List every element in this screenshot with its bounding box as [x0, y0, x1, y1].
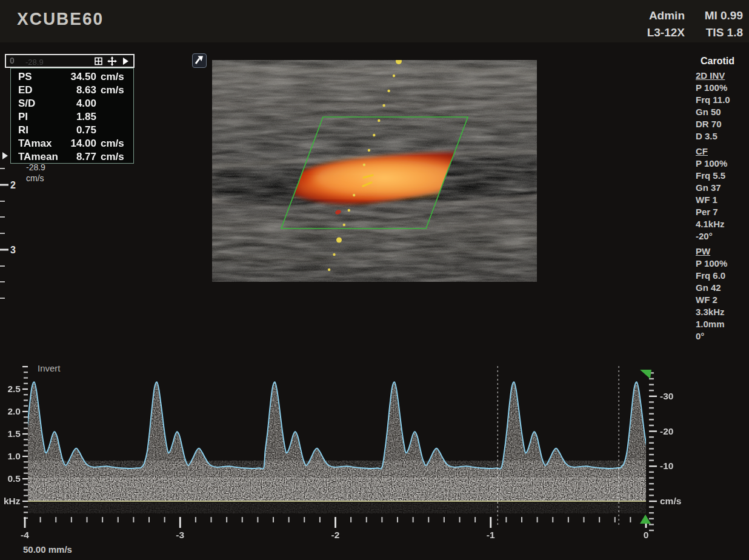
measurement-row: S/D 4.00	[11, 97, 133, 110]
time-tick	[257, 517, 258, 522]
time-tick	[645, 517, 647, 528]
khz-tick	[22, 501, 28, 502]
cursor-dot	[328, 268, 330, 271]
depth-minor-tick	[0, 201, 5, 202]
measurement-label: TAmean	[18, 151, 67, 163]
measurement-value: 14.00	[67, 138, 96, 150]
time-tick	[599, 517, 600, 522]
grid-icon[interactable]	[94, 56, 104, 66]
orientation-marker-button[interactable]	[192, 53, 207, 68]
khz-tick	[24, 495, 28, 496]
khz-tick	[24, 383, 28, 384]
time-tick	[24, 517, 26, 528]
time-tick	[521, 517, 522, 522]
param-lines: P 100%Frq 11.0Gn 50DR 70D 3.5	[696, 82, 747, 142]
khz-tick	[24, 512, 28, 513]
time-tick	[164, 517, 165, 522]
depth-mark-3: 3	[10, 245, 16, 256]
time-tick	[335, 517, 336, 528]
param-group: 2D INV P 100%Frq 11.0Gn 50DR 70D 3.5	[696, 70, 747, 142]
param-line: 1.0mm	[696, 318, 747, 330]
tis-readout: TIS 1.8	[685, 24, 743, 41]
bmode-image[interactable]	[212, 60, 537, 282]
measurement-label: TAmax	[18, 138, 67, 150]
color-scale-unit: cm/s	[26, 173, 45, 184]
cms-tick-label: -10	[660, 461, 673, 471]
depth-minor-tick	[0, 298, 5, 299]
khz-tick	[24, 372, 28, 373]
time-tick	[288, 517, 290, 522]
time-tick	[102, 517, 103, 522]
cms-tick	[649, 495, 654, 496]
khz-tick-label: 2.0	[7, 406, 21, 416]
time-tick	[552, 517, 553, 522]
measurement-panel[interactable]: PS 34.50 cm/s ED 8.63 cm/s S/D 4.00 PI 1…	[10, 68, 134, 164]
cms-tick	[649, 477, 654, 478]
spectrum-subbase-noise	[28, 502, 646, 513]
scale-marker-top[interactable]	[640, 370, 651, 379]
param-line: Frq 5.5	[696, 170, 747, 182]
cms-tick	[649, 512, 654, 513]
spectrum-speckle	[19, 382, 744, 501]
param-line: Gn 42	[696, 282, 747, 294]
time-tick	[195, 517, 196, 522]
measurement-row: TAmean 8.77 cm/s	[11, 150, 133, 164]
param-lines: P 100%Frq 5.5Gn 37WF 1Per 74.1kHz-20°	[696, 158, 747, 242]
measurement-unit: cm/s	[101, 151, 127, 163]
cms-tick	[649, 419, 654, 420]
time-tick	[537, 517, 538, 522]
param-group: CF P 100%Frq 5.5Gn 37WF 1Per 74.1kHz-20°	[696, 145, 747, 242]
sweep-speed: 50.00 mm/s	[23, 544, 72, 555]
focus-marker[interactable]	[2, 152, 8, 159]
time-tick	[211, 517, 212, 522]
time-tick	[350, 517, 351, 522]
khz-tick-label: 2.5	[7, 384, 21, 394]
cms-tick	[649, 472, 654, 473]
khz-tick	[22, 433, 28, 435]
time-tick	[179, 517, 181, 528]
time-tick	[397, 517, 398, 522]
time-tick	[148, 517, 150, 522]
time-tick	[366, 517, 367, 522]
param-line: Frq 6.0	[696, 270, 747, 282]
move-icon[interactable]	[107, 56, 117, 66]
measurement-row: TAmax 14.00 cm/s	[11, 137, 133, 150]
color-scale-readout: -28.9 cm/s	[26, 162, 45, 184]
khz-tick-label: 0.5	[7, 473, 21, 484]
invert-label: Invert	[38, 363, 61, 373]
time-tick	[474, 517, 476, 522]
cms-tick-label: -20	[660, 426, 673, 436]
play-icon[interactable]	[121, 56, 130, 66]
khz-tick	[22, 478, 28, 479]
spectrum-body	[19, 382, 744, 501]
measurement-label: S/D	[18, 98, 67, 110]
depth-minor-tick	[0, 281, 5, 282]
khz-tick	[24, 450, 28, 452]
param-line: 3.3kHz	[696, 306, 747, 318]
khz-tick	[24, 399, 28, 401]
time-tick	[87, 517, 88, 522]
scale-marker-bottom[interactable]	[640, 515, 651, 524]
cms-tick	[649, 425, 654, 426]
time-tick	[614, 517, 616, 522]
cms-tick	[649, 407, 654, 408]
time-tick	[304, 517, 305, 522]
measurement-row: RI 0.75	[11, 124, 133, 137]
cms-tick	[649, 459, 654, 461]
measurement-value: 4.00	[67, 98, 96, 110]
time-tick-label: -1	[487, 530, 495, 540]
measurement-label: PS	[18, 71, 67, 83]
khz-tick	[24, 416, 28, 418]
time-tick	[40, 517, 41, 522]
measurement-label: ED	[18, 84, 67, 96]
time-tick	[505, 517, 507, 522]
time-tick	[242, 517, 243, 522]
measurement-label: RI	[18, 124, 67, 136]
cms-tick	[649, 489, 654, 490]
measurement-row: PI 1.85	[11, 110, 133, 124]
param-line: -20°	[696, 230, 747, 242]
depth-major-tick	[0, 184, 8, 186]
measurement-value: 0.75	[67, 124, 96, 136]
param-line: P 100%	[696, 82, 747, 94]
khz-tick	[24, 439, 28, 440]
